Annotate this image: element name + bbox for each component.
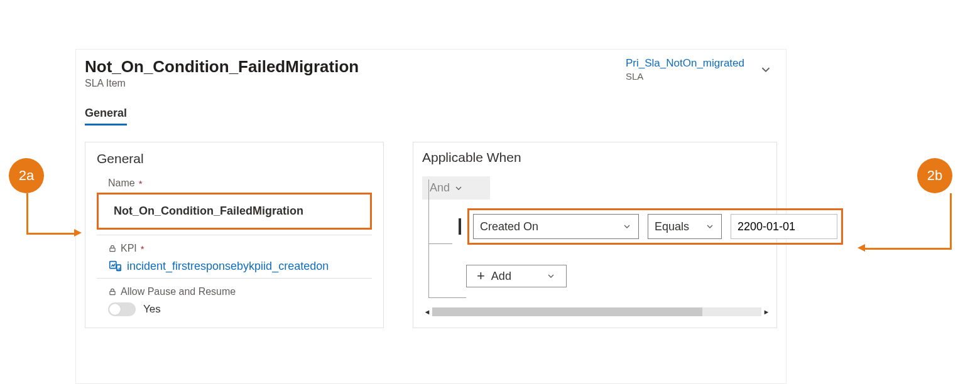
callout-2a-arrow [26,193,75,235]
horizontal-scrollbar[interactable]: ◄ ► [422,306,775,317]
chevron-down-icon [705,221,715,232]
name-field-label: Name [108,178,135,189]
svg-rect-3 [110,292,115,295]
divider [97,235,372,235]
applicable-when-panel: Applicable When And Created On [413,142,777,328]
scroll-left-arrow-icon[interactable]: ◄ [422,308,432,316]
scroll-track[interactable] [432,307,761,316]
callout-2b: 2b [917,158,952,193]
form-header: Not_On_Condition_FailedMigration SLA Ite… [76,50,786,89]
required-marker: * [141,243,144,254]
add-condition-button[interactable]: + Add [466,265,567,287]
panels-row: General Name* Not_On_Condition_FailedMig… [76,125,786,328]
lock-icon [108,244,117,253]
entity-subtitle: SLA Item [85,78,359,89]
condition-field-text: Created On [480,220,538,233]
scroll-thumb[interactable] [432,307,702,316]
allow-pause-value: Yes [143,303,161,316]
condition-value-input[interactable] [731,214,837,239]
chevron-down-icon [454,183,464,193]
condition-field-dropdown[interactable]: Created On [473,214,639,239]
condition-tree: Created On Equals [422,205,775,287]
chevron-down-icon [546,271,556,281]
header-left: Not_On_Condition_FailedMigration SLA Ite… [85,57,359,89]
allow-pause-toggle[interactable] [108,302,136,316]
form-page: Not_On_Condition_FailedMigration SLA Ite… [75,49,787,384]
sla-reference-link[interactable]: Pri_Sla_NotOn_migrated [626,57,744,70]
chevron-down-icon[interactable] [758,62,773,77]
plus-icon: + [477,269,485,283]
kpi-field-value[interactable]: incident_firstresponsebykpiid_createdon [108,259,372,273]
page-title: Not_On_Condition_FailedMigration [85,57,359,77]
chevron-down-icon [622,221,632,232]
svg-rect-0 [110,248,115,252]
add-label: Add [491,270,511,283]
callout-2b-arrow [864,193,952,250]
condition-checkbox[interactable] [459,218,461,235]
name-field-value[interactable]: Not_On_Condition_FailedMigration [97,193,372,230]
condition-operator-text: Equals [655,220,689,233]
svg-rect-2 [117,265,121,270]
tree-line [428,179,429,297]
tab-bar: General [76,107,786,125]
allow-pause-label-row: Allow Pause and Resume [108,286,372,297]
condition-operator-dropdown[interactable]: Equals [648,214,722,239]
and-label: And [430,181,450,195]
sla-reference-label: SLA [626,71,744,82]
divider [97,278,372,279]
callout-2a-arrowhead [74,229,82,237]
condition-highlight: Created On Equals [467,208,843,245]
lock-icon [108,287,117,296]
tab-general[interactable]: General [85,107,127,125]
tree-line [428,243,452,244]
kpi-field-label-row: KPI* [108,243,372,254]
header-right: Pri_Sla_NotOn_migrated SLA [626,57,773,82]
name-field-label-row: Name* [108,178,372,189]
applicable-when-title: Applicable When [422,150,775,165]
general-panel-title: General [97,151,372,166]
callout-2b-arrowhead [858,244,865,252]
and-group-button[interactable]: And [422,176,490,200]
allow-pause-label: Allow Pause and Resume [121,286,236,297]
sla-reference: Pri_Sla_NotOn_migrated SLA [626,57,744,82]
kpi-field-label: KPI [121,243,137,254]
tree-line [428,297,466,298]
general-panel: General Name* Not_On_Condition_FailedMig… [85,142,384,328]
kpi-icon [108,259,122,273]
kpi-text: incident_firstresponsebykpiid_createdon [127,260,329,273]
condition-row: Created On Equals [456,205,775,248]
allow-pause-toggle-row: Yes [108,302,372,316]
required-marker: * [139,178,143,189]
scroll-right-arrow-icon[interactable]: ► [761,308,771,316]
callout-2a: 2a [9,158,44,193]
